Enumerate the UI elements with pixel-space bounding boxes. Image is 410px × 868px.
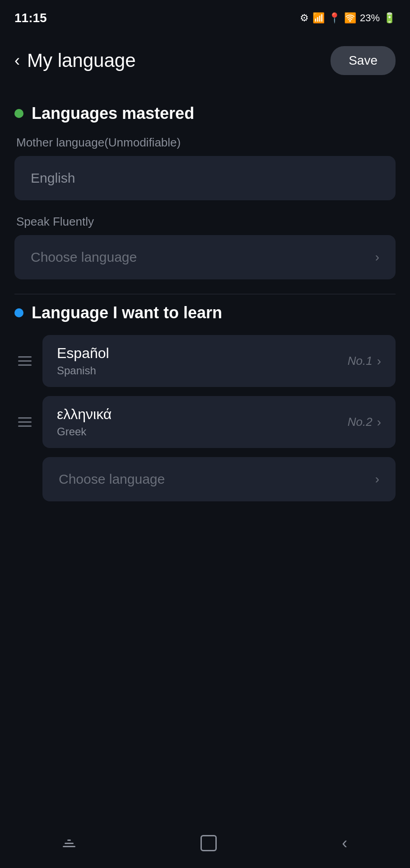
mother-language-value: English — [31, 170, 75, 186]
save-button[interactable]: Save — [331, 46, 396, 75]
section-divider — [14, 294, 396, 294]
status-time: 11:15 — [14, 11, 47, 25]
page-title: My language — [27, 50, 136, 71]
back-nav-icon: ‹ — [342, 834, 347, 853]
mother-language-label-wrapper: Mother language(Unmodifiable) English — [14, 136, 396, 200]
recent-apps-button[interactable] — [63, 840, 75, 847]
home-button[interactable] — [200, 835, 217, 851]
main-content: Languages mastered Mother language(Unmod… — [0, 84, 410, 527]
languages-learn-section-header: Language I want to learn — [14, 303, 396, 322]
languages-mastered-section-header: Languages mastered — [14, 104, 396, 123]
battery-level: 23% — [360, 12, 380, 24]
espanol-info: Español Spanish — [57, 345, 109, 377]
speak-fluently-wrapper: Speak Fluently Choose language › — [14, 215, 396, 279]
header-left: ‹ My language — [14, 50, 136, 71]
add-language-field[interactable]: Choose language › — [42, 457, 396, 501]
wifi-icon: 🛜 — [344, 12, 356, 24]
language-item-greek-row: ελληνικά Greek No.2 › — [14, 396, 396, 448]
status-bar: 11:15 ⚙ 📶 📍 🛜 23% 🔋 — [0, 0, 410, 33]
chevron-right-icon: › — [375, 250, 379, 264]
language-item-espanol-row: Español Spanish No.1 › — [14, 335, 396, 387]
languages-mastered-title: Languages mastered — [32, 104, 194, 123]
blue-dot-icon — [14, 308, 23, 317]
mother-language-field: English — [14, 156, 396, 200]
green-dot-icon — [14, 109, 23, 118]
speak-fluently-placeholder: Choose language — [31, 250, 137, 265]
languages-learn-title: Language I want to learn — [32, 303, 222, 322]
signal-icon: 📶 — [312, 12, 325, 24]
language-card-espanol[interactable]: Español Spanish No.1 › — [42, 335, 396, 387]
add-language-placeholder: Choose language — [59, 472, 165, 487]
speak-fluently-field[interactable]: Choose language › — [14, 235, 396, 279]
battery-icon: 🔋 — [383, 12, 396, 24]
espanol-name: Español — [57, 345, 109, 362]
greek-name: ελληνικά — [57, 406, 112, 423]
espanol-number: No.1 › — [348, 354, 381, 368]
back-nav-button[interactable]: ‹ — [342, 834, 347, 853]
greek-chevron-icon: › — [377, 415, 381, 429]
status-icons: ⚙ 📶 📍 🛜 23% 🔋 — [300, 12, 396, 24]
back-button[interactable]: ‹ — [14, 52, 20, 69]
recent-apps-icon — [63, 840, 75, 847]
language-learn-list: Español Spanish No.1 › ελληνικά Greek — [14, 335, 396, 516]
location-icon: 📍 — [328, 12, 340, 24]
espanol-chevron-icon: › — [377, 354, 381, 368]
drag-handle-2[interactable] — [14, 414, 35, 430]
greek-number: No.2 › — [348, 415, 381, 429]
greek-sub: Greek — [57, 425, 112, 438]
nav-bar: ‹ — [0, 823, 410, 868]
bluetooth-icon: ⚙ — [300, 12, 309, 24]
add-language-chevron-icon: › — [375, 472, 379, 486]
mother-language-label: Mother language(Unmodifiable) — [14, 136, 396, 150]
home-icon — [200, 835, 217, 851]
espanol-sub: Spanish — [57, 364, 109, 377]
drag-handle-1[interactable] — [14, 353, 35, 369]
language-card-greek[interactable]: ελληνικά Greek No.2 › — [42, 396, 396, 448]
header: ‹ My language Save — [0, 37, 410, 84]
greek-info: ελληνικά Greek — [57, 406, 112, 438]
speak-fluently-label: Speak Fluently — [14, 215, 396, 229]
